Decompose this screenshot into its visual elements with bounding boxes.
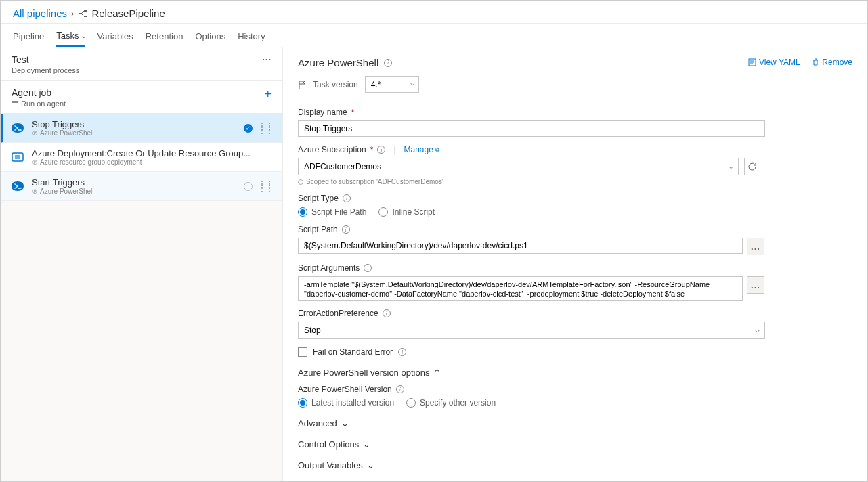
fail-stderr-checkbox[interactable] [298,347,307,357]
job-sub: Run on agent [12,100,66,108]
job-row[interactable]: Agent job Run on agent + [1,81,282,114]
task-sub: ℗Azure resource group deployment [32,158,251,166]
subscription-label: Azure Subscription* i | Manage⧉ [298,145,852,154]
refresh-button[interactable] [744,158,760,175]
script-type-label: Script Typei [298,194,852,203]
pipeline-icon [78,9,87,18]
section-output-variables[interactable]: Output Variables⌄ [298,460,852,470]
powershell-icon [10,121,25,135]
browse-button[interactable]: ... [747,238,764,255]
tab-options[interactable]: Options [195,24,225,47]
breadcrumb-root[interactable]: All pipelines [13,7,67,19]
task-version-select[interactable]: 4.* [365,76,419,93]
tabs: Pipeline Tasks⌵ Variables Retention Opti… [1,24,867,47]
task-name: Start Triggers [32,177,93,188]
task-settings-panel: Azure PowerShell i View YAML Remove Task… [283,47,867,481]
more-icon[interactable]: ··· [262,54,272,64]
chevron-up-icon: ⌃ [433,368,441,378]
breadcrumb: All pipelines › ReleasePipeline [1,1,867,24]
script-path-input[interactable] [298,238,743,254]
radio-inline-script[interactable]: Inline Script [378,207,435,217]
info-icon[interactable]: i [377,146,385,154]
status-circle-icon[interactable] [244,182,253,191]
task-row-stop-triggers[interactable]: Stop Triggers ℗Azure PowerShell ✓ ⋮⋮⋮⋮ [1,114,282,143]
section-advanced[interactable]: Advanced⌄ [298,418,852,429]
task-name: Azure Deployment:Create Or Update Resour… [32,148,251,158]
view-yaml-link[interactable]: View YAML [748,58,800,67]
link-icon: ℗ [32,159,38,166]
radio-latest-version[interactable]: Latest installed version [298,398,394,408]
tab-history[interactable]: History [238,24,265,47]
link-icon: ℗ [32,188,38,195]
display-name-label: Display name* [298,108,852,117]
info-icon[interactable]: i [398,348,406,356]
add-task-icon[interactable]: + [264,87,272,102]
svg-rect-1 [84,10,87,12]
info-icon[interactable]: i [364,264,372,272]
section-version-options[interactable]: Azure PowerShell version options⌃ [298,368,852,378]
error-pref-select[interactable]: Stop [298,322,765,339]
powershell-icon [10,179,25,194]
list-icon [12,101,18,106]
script-path-label: Script Pathi [298,225,852,234]
task-sub: ℗Azure PowerShell [32,129,93,137]
section-control-options[interactable]: Control Options⌄ [298,439,852,450]
error-pref-label: ErrorActionPreferencei [298,309,852,318]
svg-rect-4 [15,155,20,159]
svg-rect-2 [84,16,87,17]
job-title: Agent job [12,87,66,98]
task-row-start-triggers[interactable]: Start Triggers ℗Azure PowerShell ⋮⋮⋮⋮ [1,172,282,201]
yaml-icon [748,58,756,66]
info-icon[interactable]: i [383,309,391,317]
trash-icon [812,58,819,66]
chevron-down-icon: ⌄ [367,460,374,470]
browse-button[interactable]: ... [747,276,764,294]
tab-retention[interactable]: Retention [146,24,183,47]
drag-handle-icon[interactable]: ⋮⋮⋮⋮ [258,182,273,190]
flag-icon [298,80,306,89]
chevron-down-icon: ⌄ [363,439,370,450]
chevron-down-icon: ⌄ [341,418,349,429]
fail-stderr-label: Fail on Standard Error [313,347,393,357]
remove-link[interactable]: Remove [812,58,852,67]
scope-text: Scoped to subscription 'ADFCustomerDemos… [298,178,852,185]
task-sub: ℗Azure PowerShell [32,188,93,195]
manage-link[interactable]: Manage⧉ [404,145,439,154]
info-icon[interactable]: i [396,385,404,393]
stage-sub: Deployment process [12,66,79,74]
tab-tasks[interactable]: Tasks⌵ [56,24,85,47]
ps-version-label: Azure PowerShell Versioni [298,385,852,394]
display-name-input[interactable] [298,121,765,137]
refresh-icon [747,162,757,171]
chevron-down-icon: ⌵ [82,32,85,39]
status-check-icon: ✓ [244,124,253,133]
tasks-sidebar: Test Deployment process ··· Agent job Ru… [1,47,283,481]
info-icon[interactable]: i [342,225,350,234]
subscription-select[interactable]: ADFCustomerDemos [298,158,739,175]
tab-variables[interactable]: Variables [97,24,133,47]
drag-handle-icon[interactable]: ⋮⋮⋮⋮ [258,124,273,132]
script-args-input[interactable]: -armTemplate "$(System.DefaultWorkingDir… [298,276,743,301]
panel-title: Azure PowerShell i [298,57,392,68]
task-version-label: Task version [313,80,358,89]
info-icon[interactable]: i [343,194,351,202]
link-icon: ℗ [32,130,38,137]
radio-specify-other[interactable]: Specify other version [406,398,496,408]
tab-pipeline[interactable]: Pipeline [13,24,44,47]
breadcrumb-separator: › [71,8,74,18]
resource-group-icon [10,150,25,165]
task-name: Stop Triggers [32,119,93,129]
svg-rect-0 [79,13,81,14]
script-args-label: Script Argumentsi [298,263,852,273]
task-row-azure-deployment[interactable]: Azure Deployment:Create Or Update Resour… [1,143,282,172]
breadcrumb-current: ReleasePipeline [78,7,165,19]
stage-title: Test [12,54,79,65]
external-link-icon: ⧉ [435,146,439,154]
radio-script-file-path[interactable]: Script File Path [298,207,366,217]
info-icon[interactable]: i [384,59,392,67]
stage-row[interactable]: Test Deployment process ··· [1,47,282,81]
